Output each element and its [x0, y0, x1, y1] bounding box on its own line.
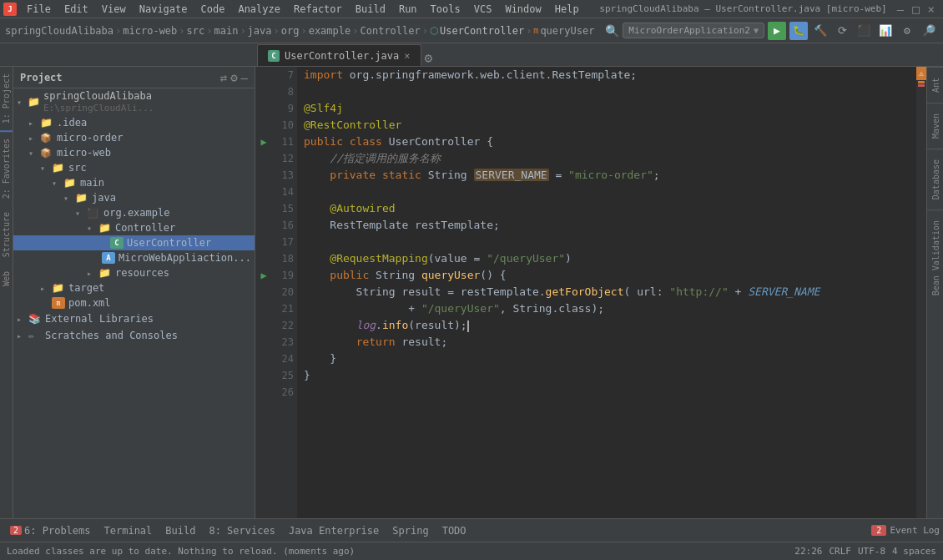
bottom-tab-services[interactable]: 8: Services [202, 523, 281, 538]
project-panel-close[interactable]: — [241, 71, 248, 84]
tree-label-microwebapp: MicroWebAppliaction... [119, 252, 251, 264]
xml-icon-pomxml: m [52, 297, 65, 309]
breadcrumb-java[interactable]: java [248, 25, 272, 37]
minimize-button[interactable]: – [894, 3, 907, 16]
tree-label-resources: resources [115, 267, 169, 279]
breadcrumb-root[interactable]: springCloudAlibaba [5, 25, 113, 37]
right-tab-database[interactable]: Database [927, 149, 943, 209]
gutter-line-9 [255, 100, 272, 117]
settings-button[interactable]: ⚙ [898, 22, 916, 40]
coverage-button[interactable]: 📊 [876, 22, 895, 40]
bottom-tab-terminal[interactable]: Terminal [98, 523, 159, 538]
tree-item-scratches[interactable]: ▸ ✏ Scratches and Consoles [13, 327, 255, 344]
breadcrumb-main[interactable]: main [214, 25, 238, 37]
window-controls: – □ × [894, 3, 943, 16]
menu-code[interactable]: Code [194, 3, 232, 15]
left-tab-web[interactable]: Web [0, 265, 13, 293]
project-panel-sync[interactable]: ⇄ [220, 71, 227, 84]
reload-button[interactable]: ⟳ [833, 22, 851, 40]
bottom-tab-problems[interactable]: 2 6: Problems [3, 523, 98, 538]
bottom-tab-todo[interactable]: TODO [436, 523, 473, 538]
menu-view[interactable]: View [95, 3, 133, 15]
search-everywhere-icon[interactable]: 🔍 [605, 24, 619, 38]
right-tab-ant[interactable]: Ant [927, 67, 943, 103]
search-button[interactable]: 🔎 [920, 22, 938, 40]
tab-close-icon[interactable]: × [404, 50, 410, 62]
code-line-26 [304, 384, 910, 401]
breadcrumb-class[interactable]: UserController [440, 25, 524, 37]
left-tab-structure[interactable]: Structure [0, 205, 13, 264]
menu-vcs[interactable]: VCS [467, 3, 499, 15]
menu-run[interactable]: Run [392, 3, 424, 15]
tree-item-pomxml[interactable]: m pom.xml [13, 295, 255, 310]
project-panel-settings[interactable]: ⚙ [230, 71, 237, 84]
menu-file[interactable]: File [20, 3, 58, 15]
tree-item-controller[interactable]: ▾ 📁 Controller [13, 220, 255, 235]
menu-refactor[interactable]: Refactor [287, 3, 349, 15]
menu-analyze[interactable]: Analyze [231, 3, 287, 15]
code-line-7: import org.springframework.web.client.Re… [304, 67, 910, 83]
tree-item-external-libs[interactable]: ▸ 📚 External Libraries [13, 310, 255, 327]
menu-window[interactable]: Window [498, 3, 547, 15]
line-separator[interactable]: CRLF [829, 546, 851, 557]
left-tab-favorites[interactable]: 2: Favorites [0, 132, 13, 205]
warning-header-indicator[interactable]: ⚠ [916, 67, 926, 80]
warning-stripe-1[interactable] [918, 81, 925, 83]
tree-item-root[interactable]: ▾ 📁 springCloudAlibaba E:\springCloudAli… [13, 88, 255, 115]
code-line-14 [304, 184, 910, 200]
menu-help[interactable]: Help [548, 3, 586, 15]
tree-arrow-resources: ▸ [87, 269, 98, 278]
tree-item-src[interactable]: ▾ 📁 src [13, 160, 255, 175]
tab-overflow[interactable]: ⚙ [425, 50, 433, 66]
breadcrumb-module[interactable]: micro-web [123, 25, 177, 37]
tree-item-orgexample[interactable]: ▾ ⬛ org.example [13, 205, 255, 220]
tree-item-microwebapp[interactable]: A MicroWebAppliaction... [13, 250, 255, 265]
gutter-line-18 [255, 250, 272, 267]
right-tab-beanvalidation[interactable]: Bean Validation [927, 209, 943, 305]
bottom-tab-build[interactable]: Build [159, 523, 202, 538]
menu-tools[interactable]: Tools [424, 3, 467, 15]
run-button[interactable]: ▶ [768, 22, 786, 40]
build-button[interactable]: 🔨 [811, 22, 830, 40]
menu-edit[interactable]: Edit [58, 3, 95, 15]
gutter-line-19[interactable]: ▶ [255, 267, 272, 284]
breadcrumb-org[interactable]: org [281, 25, 300, 37]
menu-build[interactable]: Build [349, 3, 392, 15]
tree-item-idea[interactable]: ▸ 📁 .idea [13, 115, 255, 130]
bottom-tab-javaenterprise[interactable]: Java Enterprise [282, 523, 386, 538]
tree-item-target[interactable]: ▸ 📁 target [13, 280, 255, 295]
event-log-button[interactable]: 2 [871, 525, 886, 536]
tree-item-java[interactable]: ▾ 📁 java [13, 190, 255, 205]
close-button[interactable]: × [925, 3, 938, 16]
warning-stripe-2[interactable] [918, 84, 925, 87]
stop-button[interactable]: ⬛ [855, 22, 873, 40]
warning-stripe: ⚠ [916, 67, 926, 518]
cursor-position[interactable]: 22:26 [794, 546, 822, 557]
charset[interactable]: UTF-8 [858, 546, 885, 557]
tree-item-resources[interactable]: ▸ 📁 resources [13, 265, 255, 280]
debug-button[interactable]: 🐛 [789, 22, 808, 40]
breadcrumb-example[interactable]: example [309, 25, 351, 37]
tab-usercontroller[interactable]: C UserController.java × [257, 44, 421, 66]
breadcrumb-method[interactable]: queryUser [540, 25, 594, 37]
gutter-line-11[interactable]: ▶ [255, 134, 272, 150]
tree-item-usercontroller[interactable]: C UserController [13, 235, 255, 250]
left-tab-project[interactable]: 1: Project [0, 67, 13, 132]
code-line-22: log.info(result); [304, 317, 910, 334]
right-tab-maven[interactable]: Maven [927, 103, 943, 149]
menu-navigate[interactable]: Navigate [133, 3, 194, 15]
code-editor[interactable]: import org.springframework.web.client.Re… [297, 67, 916, 518]
run-config-selector[interactable]: MicroOrderApplication2 ▼ [623, 23, 764, 38]
maximize-button[interactable]: □ [909, 3, 922, 16]
breadcrumb-src[interactable]: src [187, 25, 205, 37]
indent-info[interactable]: 4 spaces [892, 546, 936, 557]
bottom-tab-spring[interactable]: Spring [386, 523, 435, 538]
tree-item-microorder[interactable]: ▸ 📦 micro-order [13, 130, 255, 145]
gutter-line-26 [255, 384, 272, 401]
module-icon-microorder: 📦 [40, 133, 53, 144]
tree-arrow-controller: ▾ [87, 224, 98, 233]
tree-item-main[interactable]: ▾ 📁 main [13, 175, 255, 190]
tree-item-microweb[interactable]: ▾ 📦 micro-web [13, 145, 255, 160]
event-log-label[interactable]: Event Log [890, 525, 940, 536]
breadcrumb-controller[interactable]: Controller [360, 25, 420, 37]
